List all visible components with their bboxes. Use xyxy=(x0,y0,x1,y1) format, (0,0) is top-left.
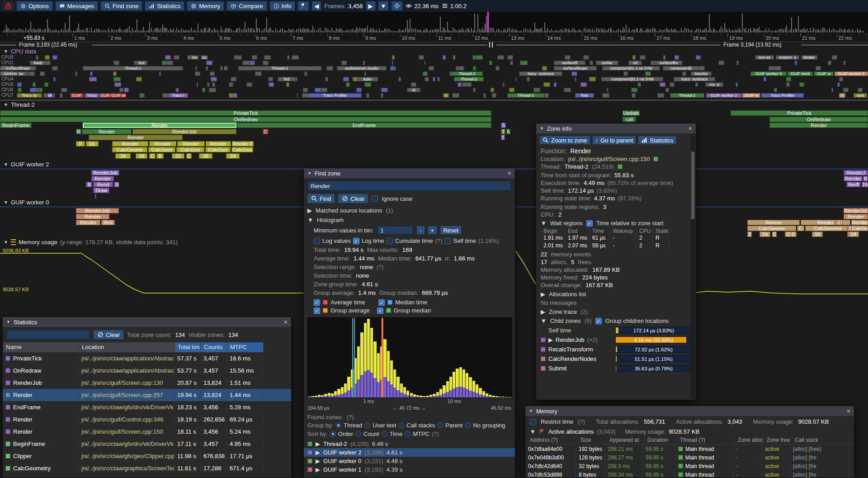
timeline-zone[interactable] xyxy=(632,55,636,60)
timeline-zone[interactable] xyxy=(119,88,123,92)
timeline-zone[interactable]: CalcGeo xyxy=(205,147,231,152)
timeline-zone[interactable]: Tracy Profiler xyxy=(308,93,362,98)
timeline-zone[interactable] xyxy=(433,77,435,81)
scrollbar[interactable] xyxy=(691,135,695,398)
find-zone-window-titlebar[interactable]: ▼ Find zone × xyxy=(304,168,515,178)
timeline-zone[interactable]: composer@2.1-se [HW xyxy=(604,77,661,81)
timeline-zone[interactable] xyxy=(52,55,57,60)
timeline-zone[interactable]: composer@ xyxy=(663,66,699,71)
timeline-zone[interactable]: I xyxy=(839,93,845,98)
timeline-zone[interactable] xyxy=(315,88,321,92)
timeline-zone[interactable] xyxy=(786,82,790,87)
collapse-icon[interactable]: ▼ xyxy=(530,428,536,435)
timeline-zone[interactable] xyxy=(453,55,455,60)
timeline-zone[interactable] xyxy=(52,66,58,71)
timeline-zone[interactable] xyxy=(60,93,63,98)
timeline-zone[interactable] xyxy=(165,55,171,60)
timeline-zone[interactable]: Thread-2 xyxy=(454,77,484,81)
timeline-zone[interactable] xyxy=(364,82,371,87)
timeline-zone[interactable]: GUIF w xyxy=(742,93,760,98)
timeline-zone[interactable] xyxy=(795,61,797,65)
timeline-zone[interactable]: 2 xyxy=(747,232,752,237)
timeline-zone[interactable] xyxy=(124,88,129,92)
timeline-zone[interactable]: Thread-2 xyxy=(507,93,544,98)
timeline-zone[interactable]: S xyxy=(501,123,506,128)
child-zone-row[interactable]: RecalcTransform72.92 μs (1.62%) xyxy=(541,345,692,354)
time-relative-checkbox[interactable]: ✓ xyxy=(586,220,593,227)
help-icon[interactable]: (?) xyxy=(377,264,384,270)
timeline-zone[interactable] xyxy=(544,93,549,98)
timeline-zone[interactable]: sys xyxy=(136,61,147,65)
timeline-zone[interactable] xyxy=(269,82,274,87)
self-time-checkbox[interactable] xyxy=(444,238,451,244)
timeline-zone[interactable] xyxy=(456,66,459,71)
memory-button[interactable]: Memory xyxy=(187,1,224,10)
timeline-zone[interactable]: Re5 xyxy=(101,220,115,225)
timeline-zone[interactable] xyxy=(489,61,492,65)
timeline-zone[interactable] xyxy=(206,61,213,65)
timeline-zone[interactable] xyxy=(575,77,576,81)
timeline-zone[interactable]: C xyxy=(149,153,156,159)
compare-button[interactable]: Compare xyxy=(227,1,266,10)
timeline-zone[interactable] xyxy=(495,66,500,71)
timeline-zone[interactable] xyxy=(543,82,550,87)
timeline-zone[interactable] xyxy=(95,194,96,199)
timeline-zone[interactable] xyxy=(843,88,849,92)
zone-group-row[interactable]: ▶GUIF worker 2(3,296)4.61 s xyxy=(304,448,515,457)
timeline-zone[interactable]: Tracy xyxy=(85,93,99,98)
column-header-location[interactable]: Location xyxy=(79,342,175,352)
table-row[interactable]: PrivateTickjni/../jni/src/claw/applicati… xyxy=(3,352,291,364)
table-row[interactable]: Renderjni/../jni/src/guif/Screen.cpp:150… xyxy=(3,426,291,438)
timeline-zone[interactable]: GUIF worker 0 xyxy=(750,71,787,76)
timeline-zone[interactable] xyxy=(159,71,161,76)
timeline-zone[interactable] xyxy=(53,93,55,98)
timeline-zone[interactable] xyxy=(212,82,215,87)
log-values-checkbox[interactable] xyxy=(314,238,320,244)
timeline-zone[interactable]: RenderJob xyxy=(76,208,119,213)
frame-label[interactable]: Frame 3,194 (13.92 ms) xyxy=(723,42,782,48)
timeline-zone[interactable]: CalcGeo C xyxy=(851,226,868,231)
close-icon[interactable]: × xyxy=(847,407,850,415)
tools-button[interactable] xyxy=(298,1,309,10)
timeline-zone[interactable] xyxy=(411,82,416,87)
sort-by-radio-order[interactable] xyxy=(330,431,336,437)
timeline-zone[interactable] xyxy=(175,88,179,92)
timeline-zone[interactable]: Render xyxy=(844,176,863,181)
timeline-zone[interactable] xyxy=(554,82,557,87)
timeline-zone[interactable]: Render xyxy=(149,141,176,147)
timeline-zone[interactable] xyxy=(665,88,669,92)
statistics-button[interactable]: Statistics xyxy=(638,136,676,144)
timeline-zone[interactable]: 10 xyxy=(812,232,823,237)
timeline-zone[interactable] xyxy=(452,93,459,98)
timeline-zone[interactable] xyxy=(816,66,821,71)
timeline-zone[interactable]: Tracy I xyxy=(168,93,188,98)
collapse-icon[interactable]: ▼ xyxy=(541,220,547,227)
expand-icon[interactable]: ▶ xyxy=(541,308,545,315)
timeline-zone[interactable]: T xyxy=(501,135,505,140)
timeline-zone[interactable]: C xyxy=(772,232,777,237)
timeline-zone[interactable]: GUIF w xyxy=(814,71,834,76)
timeline-zone[interactable]: Render xyxy=(769,123,868,128)
timeline-zone[interactable] xyxy=(255,71,262,76)
timeline-zone[interactable]: composer@2.1-se [HW xyxy=(602,66,660,71)
timeline-zone[interactable] xyxy=(564,88,571,92)
timeline-zone[interactable]: OnRedraw xyxy=(0,117,491,122)
timeline-zone[interactable] xyxy=(246,82,252,87)
timeline-zone[interactable]: fnd xyxy=(278,77,296,81)
find-button[interactable]: Find xyxy=(307,194,335,203)
timeline-zone[interactable] xyxy=(392,55,394,60)
timeline-zone[interactable] xyxy=(774,66,781,71)
timeline-zone[interactable]: CalcGeo xyxy=(231,147,253,152)
timeline-zone[interactable] xyxy=(61,88,67,92)
timeline-zone[interactable] xyxy=(607,88,609,92)
timeline-zone[interactable] xyxy=(297,93,298,98)
allocation-row[interactable]: 0x7dfc42d64032 bytes298.3 ms59.95 sMain … xyxy=(525,462,854,470)
timeline-zone[interactable]: kgks xyxy=(357,77,378,81)
timeline-zone[interactable]: Tracy Profiler xyxy=(761,93,804,98)
column-header-total-tim[interactable]: Total tim ▼ xyxy=(175,342,201,352)
timeline-zone[interactable] xyxy=(473,66,476,71)
prev-frame-button[interactable]: ◀ xyxy=(312,1,321,10)
timeline-zone[interactable] xyxy=(786,77,791,81)
timeline-zone[interactable]: binder xyxy=(801,55,817,60)
timeline-zone[interactable] xyxy=(113,77,121,81)
